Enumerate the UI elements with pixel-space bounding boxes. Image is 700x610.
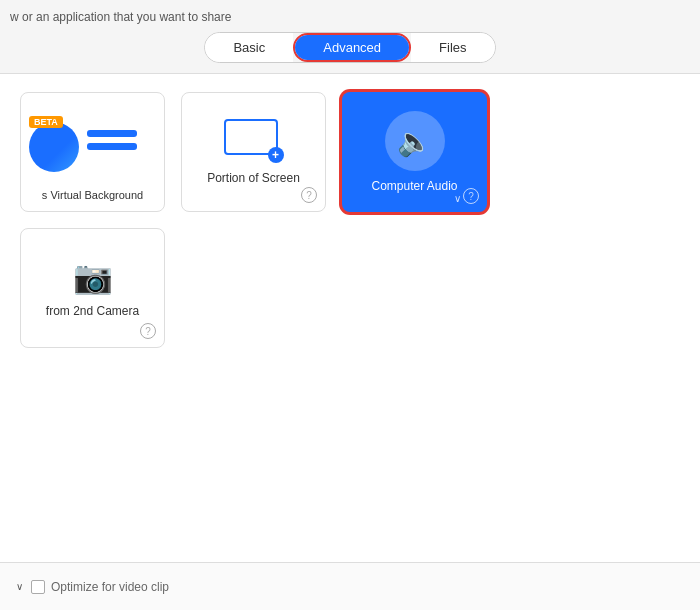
speaker-icon: 🔈 — [397, 125, 432, 158]
camera-icon: 📷 — [73, 258, 113, 296]
card-camera-label: from 2nd Camera — [46, 304, 139, 318]
bottom-bar: ∨ Optimize for video clip — [0, 562, 700, 610]
tab-bar: Basic Advanced Files — [204, 32, 495, 63]
chevron-down-icon[interactable]: ∨ — [454, 193, 461, 204]
top-bar: w or an application that you want to sha… — [0, 0, 700, 74]
card-portion-label: Portion of Screen — [207, 171, 300, 185]
virtual-bg-preview: BETA — [21, 110, 164, 185]
screen-icon: + — [224, 119, 284, 163]
vb-lines — [87, 130, 137, 150]
card-portion-of-screen[interactable]: + Portion of Screen ? — [181, 92, 326, 212]
tab-files[interactable]: Files — [411, 33, 494, 62]
vb-circle — [29, 122, 79, 172]
vb-line-1 — [87, 130, 137, 137]
card-virtual-background-label: s Virtual Background — [38, 189, 147, 201]
card-computer-audio[interactable]: 🔈 Computer Audio ∨ ? — [342, 92, 487, 212]
main-content: BETA s Virtual Background + Portion of S… — [0, 74, 700, 348]
card-camera-help[interactable]: ? — [140, 323, 156, 339]
audio-circle: 🔈 — [385, 111, 445, 171]
bottom-chevron-icon[interactable]: ∨ — [16, 581, 23, 592]
beta-badge: BETA — [29, 116, 63, 128]
cards-row-2: 📷 from 2nd Camera ? — [20, 228, 680, 348]
top-hint: w or an application that you want to sha… — [0, 10, 231, 24]
optimize-checkbox[interactable] — [31, 580, 45, 594]
card-second-camera[interactable]: 📷 from 2nd Camera ? — [20, 228, 165, 348]
optimize-checkbox-wrap[interactable]: Optimize for video clip — [31, 580, 169, 594]
card-audio-help[interactable]: ? — [463, 188, 479, 204]
tab-advanced-wrapper: Advanced — [293, 33, 411, 62]
cards-row-1: BETA s Virtual Background + Portion of S… — [20, 92, 680, 212]
card-virtual-background[interactable]: BETA s Virtual Background — [20, 92, 165, 212]
optimize-label: Optimize for video clip — [51, 580, 169, 594]
tab-advanced[interactable]: Advanced — [295, 35, 409, 60]
card-audio-label: Computer Audio — [371, 179, 457, 193]
screen-plus-icon: + — [268, 147, 284, 163]
vb-line-2 — [87, 143, 137, 150]
tab-basic[interactable]: Basic — [205, 33, 293, 62]
card-portion-help[interactable]: ? — [301, 187, 317, 203]
